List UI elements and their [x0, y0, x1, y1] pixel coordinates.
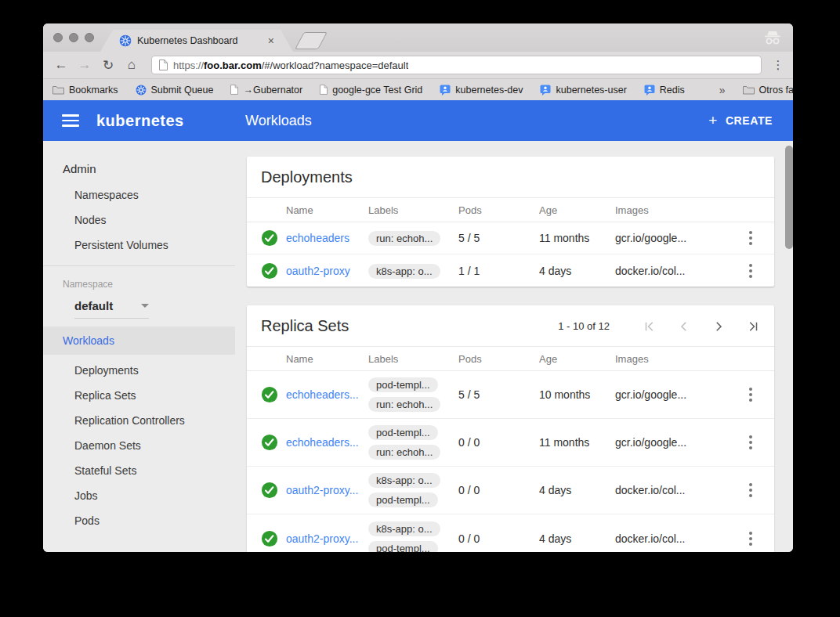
resource-link[interactable]: echoheaders: [286, 232, 368, 244]
row-menu-icon[interactable]: [743, 483, 759, 497]
tab-close-icon[interactable]: ×: [268, 34, 274, 47]
row-menu-icon[interactable]: [743, 231, 759, 245]
folder-icon: [52, 85, 64, 95]
sidebar-item-nodes[interactable]: Nodes: [43, 207, 235, 233]
group-chat-icon: [440, 85, 451, 96]
sidebar-item-replica-sets[interactable]: Replica Sets: [43, 383, 235, 408]
titlebar: Kubernetes Dashboard ×: [43, 23, 793, 52]
sidebar-item-deployments[interactable]: Deployments: [43, 358, 235, 383]
sidebar-item-daemon-sets[interactable]: Daemon Sets: [43, 433, 235, 458]
column-labels: Labels: [368, 204, 458, 216]
url-scheme: https://: [173, 60, 204, 71]
sidebar-item-namespaces[interactable]: Namespaces: [43, 182, 235, 207]
column-age: Age: [539, 353, 615, 365]
bookmark-kubernetes-user[interactable]: kubernetes-user: [540, 85, 626, 96]
bookmark-label: Submit Queue: [151, 85, 214, 96]
address-bar[interactable]: https://foo.bar.com/#/workload?namespace…: [151, 56, 762, 74]
status-ok-icon: [261, 229, 278, 247]
page-title: Workloads: [245, 113, 312, 129]
deployments-card-title: Deployments: [261, 168, 760, 186]
bookmark-submit-queue[interactable]: Submit Queue: [136, 85, 214, 96]
sidebar-item-admin[interactable]: Admin: [43, 155, 235, 182]
sidebar-item-workloads[interactable]: Workloads: [43, 327, 235, 355]
bookmark-kubernetes-dev[interactable]: kubernetes-dev: [440, 85, 523, 96]
namespace-selected-value: default: [74, 299, 113, 312]
row-menu-icon[interactable]: [743, 264, 759, 278]
app-header: kubernetes Workloads + CREATE: [43, 100, 793, 141]
bookmark-google-gce-test-grid[interactable]: google-gce Test Grid: [320, 85, 422, 96]
sidebar: Admin Namespaces Nodes Persistent Volume…: [43, 141, 235, 552]
age-cell: 11 months: [539, 232, 615, 244]
first-page-icon[interactable]: [643, 319, 657, 334]
hamburger-menu-icon[interactable]: [62, 114, 79, 127]
create-button[interactable]: + CREATE: [708, 112, 773, 129]
forward-icon[interactable]: →: [74, 57, 95, 73]
images-cell: gcr.io/google...: [615, 232, 743, 244]
back-icon[interactable]: ←: [51, 57, 71, 73]
label-chip: pod-templ...: [368, 377, 438, 392]
minimize-window-button[interactable]: [69, 33, 78, 42]
label-chip: k8s-app: o...: [368, 264, 440, 279]
bookmark-label: Otros favoritos: [759, 85, 793, 96]
tab-title: Kubernetes Dashboard: [137, 35, 262, 46]
close-window-button[interactable]: [53, 33, 63, 42]
traffic-lights: [53, 33, 94, 42]
sidebar-item-persistent-volumes[interactable]: Persistent Volumes: [43, 233, 235, 258]
age-cell: 10 months: [539, 388, 615, 401]
bookmark-redis[interactable]: Redis: [644, 85, 685, 96]
bookmark-gubernator[interactable]: →Gubernator: [230, 85, 302, 96]
sidebar-item-stateful-sets[interactable]: Stateful Sets: [43, 458, 235, 483]
bookmarks-overflow-icon[interactable]: »: [719, 84, 726, 96]
label-chip: pod-templ...: [368, 541, 438, 553]
main-panel: Deployments Name Labels Pods Age Images …: [235, 141, 793, 552]
page-icon: [230, 85, 238, 95]
sidebar-item-replication-controllers[interactable]: Replication Controllers: [43, 408, 235, 433]
table-row: oauth2-proxy... k8s-app: o... pod-templ.…: [247, 514, 774, 552]
bookmarks-bar: Bookmarks Submit Queue →Gubernator googl…: [43, 78, 793, 100]
sidebar-divider: [43, 265, 235, 266]
sidebar-item-jobs[interactable]: Jobs: [43, 483, 235, 508]
previous-page-icon[interactable]: [677, 319, 691, 334]
resource-link[interactable]: oauth2-proxy...: [286, 532, 368, 545]
sidebar-item-pods[interactable]: Pods: [43, 508, 235, 533]
browser-tab[interactable]: Kubernetes Dashboard ×: [100, 30, 293, 52]
label-chip: k8s-app: o...: [368, 521, 440, 536]
resource-link[interactable]: echoheaders...: [286, 388, 368, 401]
bookmark-bookmarks-folder[interactable]: Bookmarks: [52, 85, 118, 96]
label-chip: pod-templ...: [368, 493, 438, 507]
zoom-window-button[interactable]: [85, 33, 94, 42]
column-pods: Pods: [458, 353, 539, 365]
table-row: oauth2-proxy k8s-app: o... 1 / 1 4 days …: [247, 254, 774, 287]
scrollbar-thumb[interactable]: [785, 146, 793, 249]
pods-cell: 5 / 5: [458, 388, 539, 401]
status-ok-icon: [261, 262, 278, 280]
group-chat-icon: [644, 85, 655, 96]
last-page-icon[interactable]: [746, 319, 760, 334]
row-menu-icon[interactable]: [743, 532, 759, 546]
label-chip: run: echoh...: [368, 445, 440, 460]
deployments-card: Deployments Name Labels Pods Age Images …: [247, 157, 774, 287]
bookmark-label: kubernetes-dev: [455, 85, 523, 96]
browser-toolbar: ← → ↻ ⌂ https://foo.bar.com/#/workload?n…: [43, 52, 793, 78]
resource-link[interactable]: oauth2-proxy: [286, 265, 368, 277]
age-cell: 4 days: [539, 532, 615, 545]
status-ok-icon: [261, 386, 278, 403]
home-icon[interactable]: ⌂: [121, 57, 142, 73]
images-cell: docker.io/col...: [615, 532, 743, 545]
bookmark-otros-favoritos-folder[interactable]: Otros favoritos: [743, 85, 793, 96]
label-chip: run: echoh...: [368, 231, 440, 246]
row-menu-icon[interactable]: [743, 435, 759, 449]
page-icon: [159, 60, 168, 70]
deployments-table-header: Name Labels Pods Age Images: [247, 197, 774, 222]
next-page-icon[interactable]: [711, 319, 726, 334]
resource-link[interactable]: echoheaders...: [286, 436, 368, 449]
new-tab-button[interactable]: [295, 32, 328, 49]
incognito-icon: [763, 31, 782, 45]
column-name: Name: [286, 204, 368, 216]
row-menu-icon[interactable]: [743, 388, 759, 402]
resource-link[interactable]: oauth2-proxy...: [286, 484, 368, 496]
label-chip: pod-templ...: [368, 425, 438, 440]
reload-icon[interactable]: ↻: [98, 57, 118, 74]
browser-menu-icon[interactable]: ⋮: [771, 58, 785, 72]
namespace-select[interactable]: default: [74, 299, 149, 319]
